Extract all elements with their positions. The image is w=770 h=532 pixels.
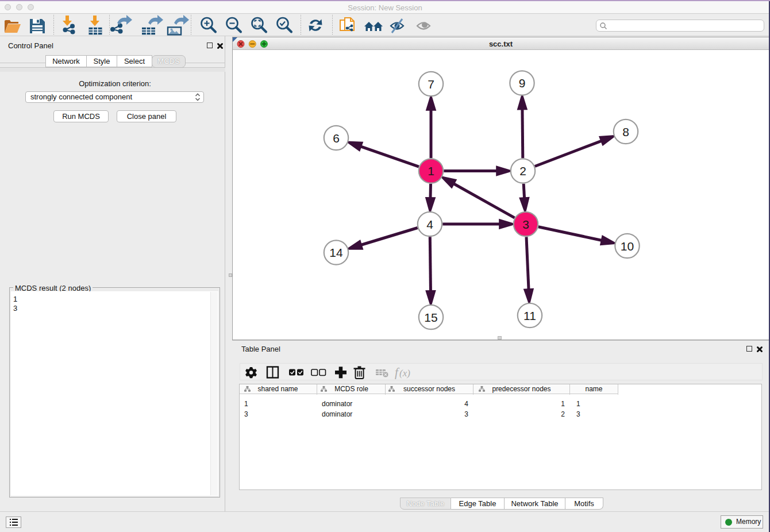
svg-text:11: 11	[523, 309, 536, 322]
svg-text:9: 9	[519, 76, 526, 90]
svg-text:6: 6	[333, 132, 340, 145]
svg-text:7: 7	[428, 78, 434, 91]
svg-text:2: 2	[519, 164, 526, 178]
svg-text:10: 10	[621, 240, 634, 253]
svg-text:4: 4	[426, 218, 433, 231]
svg-text:(x): (x)	[399, 368, 410, 379]
svg-text:14: 14	[329, 246, 343, 259]
svg-text:1: 1	[428, 164, 434, 178]
svg-text:15: 15	[424, 311, 437, 324]
svg-text:8: 8	[622, 125, 629, 138]
svg-text:3: 3	[522, 218, 529, 231]
